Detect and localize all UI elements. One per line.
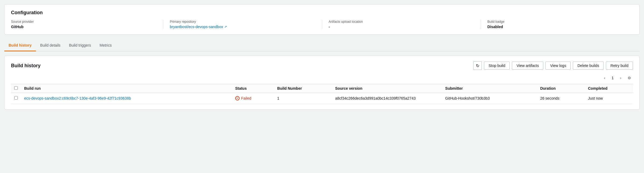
source-provider-value: GitHub bbox=[11, 25, 157, 29]
row-build-number: 1 bbox=[274, 93, 332, 104]
col-source-version: Source version bbox=[332, 84, 442, 93]
artifacts-upload-value: - bbox=[329, 25, 474, 29]
primary-repo-label: Primary repository bbox=[170, 20, 315, 24]
build-run-link[interactable]: ecs-devops-sandbox2:c69c6bc7-130e-4af3-9… bbox=[24, 96, 131, 100]
build-badge-value: Disabled bbox=[487, 25, 633, 29]
configuration-card: Configuration Source provider GitHub Pri… bbox=[4, 4, 640, 35]
next-arrow-icon: › bbox=[620, 76, 621, 80]
view-logs-button[interactable]: View logs bbox=[545, 62, 571, 70]
source-provider-item: Source provider GitHub bbox=[11, 20, 163, 29]
primary-repo-link[interactable]: bryantbost/ecs-devops-sandbox ↗ bbox=[170, 25, 315, 29]
col-build-number: Build Number bbox=[274, 84, 332, 93]
pagination-row: ‹ 1 › ⚙ bbox=[11, 74, 633, 82]
table-settings-button[interactable]: ⚙ bbox=[625, 74, 633, 82]
row-checkbox-cell bbox=[11, 93, 21, 104]
tabs-container: Build history Build details Build trigge… bbox=[4, 40, 640, 51]
delete-builds-button[interactable]: Delete builds bbox=[573, 62, 604, 70]
col-duration: Duration bbox=[537, 84, 585, 93]
table-header-row: Build run Status Build Number Source ver… bbox=[11, 84, 633, 93]
status-failed: Failed bbox=[235, 96, 271, 100]
row-completed: Just now bbox=[585, 93, 633, 104]
current-page: 1 bbox=[609, 75, 616, 81]
primary-repo-item: Primary repository bryantbost/ecs-devops… bbox=[170, 20, 322, 29]
history-title: Build history bbox=[11, 63, 41, 69]
prev-arrow-icon: ‹ bbox=[604, 76, 605, 80]
row-source-version: a8cf34c266dec6a3d991a0bc14c339f0765a2743 bbox=[332, 93, 442, 104]
view-artifacts-button[interactable]: View artifacts bbox=[512, 62, 543, 70]
table-row: ecs-devops-sandbox2:c69c6bc7-130e-4af3-9… bbox=[11, 93, 633, 104]
history-header: Build history ↻ Stop build View artifact… bbox=[11, 61, 633, 70]
artifacts-upload-item: Artifacts upload location - bbox=[329, 20, 481, 29]
page-wrapper: Configuration Source provider GitHub Pri… bbox=[0, 0, 644, 114]
next-page-button[interactable]: › bbox=[617, 74, 624, 82]
prev-page-button[interactable]: ‹ bbox=[601, 74, 608, 82]
tab-build-details[interactable]: Build details bbox=[36, 40, 65, 51]
stop-build-button[interactable]: Stop build bbox=[484, 62, 510, 70]
row-build-run: ecs-devops-sandbox2:c69c6bc7-130e-4af3-9… bbox=[21, 93, 232, 104]
build-badge-label: Build badge bbox=[487, 20, 633, 24]
refresh-button[interactable]: ↻ bbox=[473, 61, 482, 70]
refresh-icon: ↻ bbox=[476, 63, 479, 68]
retry-build-button[interactable]: Retry build bbox=[606, 62, 633, 70]
row-duration: 26 seconds bbox=[537, 93, 585, 104]
build-badge-item: Build badge Disabled bbox=[487, 20, 633, 29]
config-grid: Source provider GitHub Primary repositor… bbox=[11, 20, 633, 29]
settings-icon: ⚙ bbox=[628, 76, 631, 80]
tab-metrics[interactable]: Metrics bbox=[95, 40, 116, 51]
row-checkbox[interactable] bbox=[14, 96, 18, 100]
col-submitter: Submitter bbox=[442, 84, 537, 93]
col-build-run: Build run bbox=[21, 84, 232, 93]
status-label: Failed bbox=[241, 96, 251, 100]
tab-build-history[interactable]: Build history bbox=[4, 40, 36, 51]
source-provider-label: Source provider bbox=[11, 20, 157, 24]
select-all-cell bbox=[11, 84, 21, 93]
col-status: Status bbox=[232, 84, 274, 93]
history-actions: ↻ Stop build View artifacts View logs De… bbox=[473, 61, 633, 70]
row-submitter: GitHub-Hookshot/730b3b3 bbox=[442, 93, 537, 104]
row-status: Failed bbox=[232, 93, 274, 104]
config-title: Configuration bbox=[11, 10, 633, 16]
failed-status-icon bbox=[235, 96, 240, 100]
build-table: Build run Status Build Number Source ver… bbox=[11, 84, 633, 104]
external-link-icon: ↗ bbox=[224, 25, 227, 29]
tab-build-triggers[interactable]: Build triggers bbox=[65, 40, 95, 51]
select-all-checkbox[interactable] bbox=[14, 86, 18, 90]
col-completed: Completed bbox=[585, 84, 633, 93]
artifacts-upload-label: Artifacts upload location bbox=[329, 20, 474, 24]
build-history-card: Build history ↻ Stop build View artifact… bbox=[4, 56, 640, 110]
